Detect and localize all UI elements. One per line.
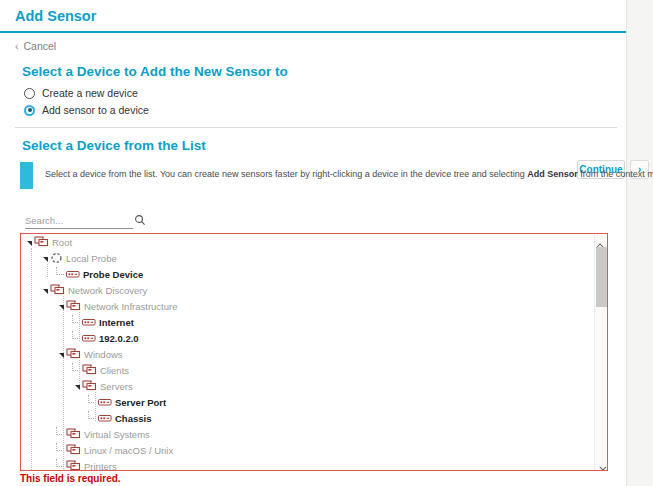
tree-stem-line [31,248,32,470]
device-icon [82,332,96,344]
radio-label: Create a new device [42,87,138,99]
group-icon [66,460,81,470]
tree-connector [72,331,80,339]
tree-item-probe-device[interactable]: Probe Device [21,266,594,282]
tree-stem-line [47,264,48,277]
tree-item-root[interactable]: Root [21,234,594,250]
cancel-label: Cancel [24,40,57,52]
tree-connector [56,427,64,435]
tree-item-label: Server Port [115,397,166,408]
tree-item-label: 192.0.2.0 [99,333,139,344]
tree-connector [88,395,96,403]
radio-add-sensor-to-device[interactable]: Add sensor to a device [24,103,149,117]
cancel-button[interactable]: ‹Cancel [15,40,56,52]
tree-item-label: Linux / macOS / Unix [84,445,173,456]
expanded-arrow-icon [75,385,80,390]
tree-connector [72,363,80,371]
page-title: Add Sensor [15,8,96,24]
tree-connector [56,267,64,275]
tree-item-label: Windows [84,349,123,360]
tree-item-server-port[interactable]: Server Port [21,394,594,410]
group-icon [66,300,81,312]
validation-message: This field is required. [20,473,121,484]
right-side-strip [626,0,653,486]
tree-item-virtual-systems[interactable]: Virtual Systems [21,426,594,442]
tree-item-chassis[interactable]: Chassis [21,410,594,426]
group-icon [82,364,97,376]
scrollbar-thumb[interactable] [596,247,607,307]
tree-item-printers[interactable]: Printers [21,458,594,470]
tree-item-servers[interactable]: Servers [21,378,594,394]
add-sensor-page: Add Sensor ‹Cancel Select a Device to Ad… [0,0,653,486]
tree-item-label: Internet [99,317,134,328]
device-tree-panel: RootLocal ProbeProbe DeviceNetwork Disco… [20,233,608,471]
group-icon [82,380,97,392]
device-icon [66,268,80,280]
section-heading-device-list: Select a Device from the List [22,138,206,153]
info-text: Select a device from the list. You can c… [45,169,653,179]
group-icon [66,348,81,360]
device-icon [98,396,112,408]
info-text-post: from the context menu. [578,169,653,179]
tree-item-clients[interactable]: Clients [21,362,594,378]
tree-item-local-probe[interactable]: Local Probe [21,250,594,266]
tree-connector [56,459,64,467]
tree-item-label: Network Infrastructure [84,301,177,312]
tree-item-linux-macos-unix[interactable]: Linux / macOS / Unix [21,442,594,458]
tree-item-network-infrastructure[interactable]: Network Infrastructure [21,298,594,314]
expanded-arrow-icon [43,289,48,294]
tree-item-label: Network Discovery [68,285,147,296]
tree-connector [72,315,80,323]
chevron-left-icon: ‹ [15,40,19,52]
tree-item-label: Root [52,237,72,248]
device-icon [98,412,112,424]
search-icon [134,212,146,230]
expanded-arrow-icon [59,305,64,310]
group-icon [66,428,81,440]
tree-item-windows[interactable]: Windows [21,346,594,362]
tree-item-internet[interactable]: Internet [21,314,594,330]
tree-item-label: Clients [100,365,129,376]
radio-label: Add sensor to a device [42,104,149,116]
section-heading-device-choice: Select a Device to Add the New Sensor to [22,64,288,79]
group-icon [34,236,49,248]
scroll-down-icon[interactable] [595,457,608,470]
tree-item-label: Chassis [115,413,151,424]
search-input[interactable] [25,213,133,229]
expanded-arrow-icon [27,241,32,246]
search-field [25,210,150,228]
section-divider [15,127,617,128]
group-icon [66,444,81,456]
scroll-up-icon[interactable] [595,234,608,247]
radio-create-new-device[interactable]: Create a new device [24,86,138,100]
group-icon [50,284,65,296]
tree-item-label: Servers [100,381,133,392]
device-tree: RootLocal ProbeProbe DeviceNetwork Disco… [21,234,594,470]
tree-item-192-0-2-0[interactable]: 192.0.2.0 [21,330,594,346]
info-accent-bar [20,162,33,189]
info-text-bold: Add Sensor [527,169,578,179]
radio-circle-icon[interactable] [24,88,35,99]
tree-item-label: Probe Device [83,269,143,280]
device-icon [82,316,96,328]
tree-connector [88,411,96,419]
expanded-arrow-icon [43,257,48,262]
tree-scrollbar[interactable] [594,234,607,470]
tree-item-label: Virtual Systems [84,429,150,440]
expanded-arrow-icon [59,353,64,358]
tree-connector [56,443,64,451]
tree-item-network-discovery[interactable]: Network Discovery [21,282,594,298]
probe-icon [50,252,63,264]
info-text-pre: Select a device from the list. You can c… [45,169,527,179]
tree-item-label: Printers [84,461,117,471]
radio-circle-icon[interactable] [24,105,35,116]
title-accent-rule [0,31,626,33]
tree-item-label: Local Probe [66,253,117,264]
